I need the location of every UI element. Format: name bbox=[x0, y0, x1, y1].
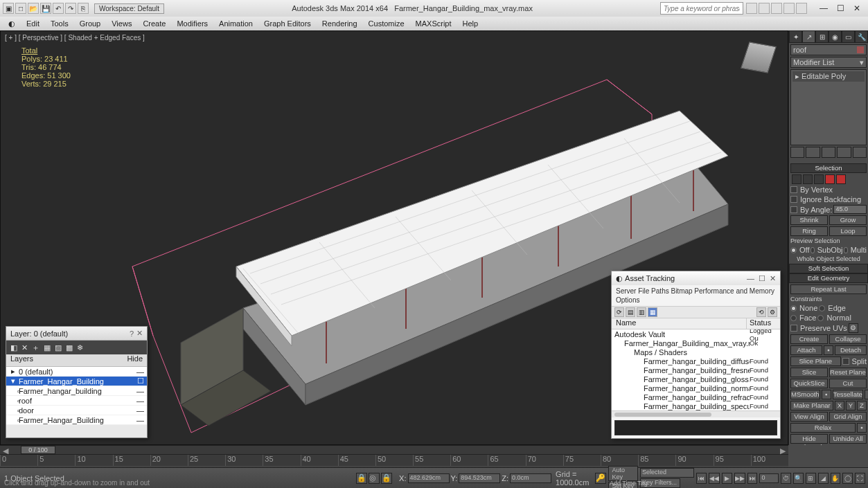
planar-x-button[interactable]: X bbox=[835, 401, 844, 410]
minimize-button[interactable]: — bbox=[815, 3, 832, 14]
menu-edit[interactable]: Edit bbox=[21, 18, 45, 29]
tessellate-button[interactable]: Tessellate bbox=[833, 390, 863, 399]
x-field[interactable]: 482.629cm bbox=[408, 473, 450, 483]
asset-col-name[interactable]: Name bbox=[612, 318, 747, 329]
close-button[interactable]: ✕ bbox=[849, 3, 865, 14]
app-icon[interactable]: ▣ bbox=[3, 3, 14, 14]
asset-title-bar[interactable]: ◐ Asset Tracking — ☐ ✕ bbox=[612, 271, 780, 285]
selection-header[interactable]: Selection bbox=[790, 163, 867, 173]
preserve-uvs-checkbox[interactable] bbox=[790, 325, 797, 332]
menu-customize[interactable]: Customize bbox=[363, 18, 410, 29]
modifier-stack[interactable]: ▸ Editable Poly bbox=[790, 69, 867, 145]
workspace-dropdown[interactable]: Workspace: Default bbox=[94, 3, 164, 14]
asset-refresh-icon[interactable]: ⟳ bbox=[614, 307, 624, 317]
undo-icon[interactable]: ↶ bbox=[53, 3, 64, 14]
asset-close-icon[interactable]: ✕ bbox=[770, 274, 776, 283]
grow-button[interactable]: Grow bbox=[829, 215, 867, 225]
pin-stack-icon[interactable] bbox=[790, 147, 804, 158]
layer-freeze-icon[interactable]: ❄ bbox=[77, 343, 83, 352]
asset-status-icon[interactable]: ⟲ bbox=[756, 307, 766, 317]
element-mode-icon[interactable] bbox=[836, 174, 846, 184]
repeat-last-button[interactable]: Repeat Last bbox=[790, 284, 867, 294]
menu-animation[interactable]: Animation bbox=[213, 18, 258, 29]
help-icon[interactable] bbox=[796, 3, 807, 14]
hide-selected-button[interactable]: Hide Selected bbox=[790, 434, 828, 444]
reset-plane-button[interactable]: Reset Plane bbox=[829, 368, 867, 377]
maximize-button[interactable]: ☐ bbox=[832, 3, 849, 14]
attach-list-icon[interactable]: ▪ bbox=[824, 345, 833, 355]
msmooth-button[interactable]: MSmooth bbox=[790, 390, 820, 399]
layer-help-icon[interactable]: ? bbox=[130, 329, 134, 338]
zoom-icon[interactable]: 🔍 bbox=[793, 473, 804, 484]
fov-icon[interactable]: ◢ bbox=[818, 473, 829, 484]
key-icon[interactable]: 🔑 bbox=[595, 473, 606, 484]
menu-graph-editors[interactable]: Graph Editors bbox=[258, 18, 317, 29]
tab-hierarchy-icon[interactable]: ⊞ bbox=[815, 30, 829, 43]
asset-row[interactable]: Farmer_Hangar_Building_max_vray.maxOk bbox=[612, 338, 780, 347]
asset-menu[interactable]: Server File Paths Bitmap Performance and… bbox=[612, 285, 780, 306]
relax-settings-icon[interactable]: ▪ bbox=[857, 423, 867, 433]
ignore-backfacing-checkbox[interactable] bbox=[790, 196, 797, 203]
tessellate-settings-icon[interactable]: ▪ bbox=[865, 390, 868, 399]
asset-h-scrollbar[interactable] bbox=[612, 410, 780, 417]
menu-maxscript[interactable]: MAXScript bbox=[410, 18, 457, 29]
remove-modifier-icon[interactable] bbox=[837, 147, 851, 158]
constraint-edge-radio[interactable] bbox=[819, 305, 825, 311]
planar-z-button[interactable]: Z bbox=[857, 401, 867, 410]
edge-mode-icon[interactable] bbox=[803, 174, 813, 184]
soft-selection-header[interactable]: Soft Selection bbox=[789, 264, 868, 273]
layer-row[interactable]: ▫Farmer_Hangar_Building— bbox=[6, 415, 147, 425]
quickslice-button[interactable]: QuickSlice bbox=[790, 379, 828, 388]
layer-row[interactable]: ▫roof— bbox=[6, 396, 147, 406]
relax-button[interactable]: Relax bbox=[790, 423, 856, 433]
split-checkbox[interactable] bbox=[842, 358, 849, 365]
planar-y-button[interactable]: Y bbox=[846, 401, 856, 410]
tab-modify-icon[interactable]: ↗ bbox=[802, 30, 815, 43]
layer-select-icon[interactable]: ▦ bbox=[44, 343, 51, 352]
constraint-normal-radio[interactable] bbox=[817, 315, 824, 321]
preview-off-radio[interactable] bbox=[790, 247, 797, 253]
tab-display-icon[interactable]: ▭ bbox=[842, 30, 855, 43]
layer-delete-icon[interactable]: ✕ bbox=[21, 343, 28, 352]
asset-maximize-icon[interactable]: ☐ bbox=[759, 274, 765, 283]
asset-table-icon[interactable]: ▦ bbox=[648, 307, 657, 317]
asset-drop-zone[interactable] bbox=[614, 420, 777, 435]
loop-button[interactable]: Loop bbox=[829, 226, 867, 236]
key-mode-dropdown[interactable]: Selected bbox=[640, 468, 694, 478]
current-frame-field[interactable]: 0 bbox=[759, 473, 779, 483]
menu-help[interactable]: Help bbox=[457, 18, 484, 29]
asset-row[interactable]: Farmer_hangar_building_normal.pngFound bbox=[612, 383, 780, 392]
prev-frame-icon[interactable]: ◀◀ bbox=[709, 473, 720, 484]
preview-multi-radio[interactable] bbox=[844, 247, 847, 253]
msmooth-settings-icon[interactable]: ▪ bbox=[822, 390, 831, 399]
add-time-tag[interactable]: Add Time Tag bbox=[610, 480, 648, 487]
layer-new-icon[interactable]: ◧ bbox=[10, 343, 17, 352]
preserve-uvs-settings-icon[interactable]: ⚙ bbox=[849, 323, 858, 333]
by-angle-field[interactable]: 45.0 bbox=[833, 205, 867, 214]
search-icon[interactable] bbox=[746, 3, 757, 14]
layer-dialog-title-bar[interactable]: Layer: 0 (default) ? ✕ bbox=[6, 327, 147, 341]
layer-highlight-icon[interactable]: ▨ bbox=[55, 343, 62, 352]
tab-utilities-icon[interactable]: 🔧 bbox=[855, 30, 868, 43]
asset-row[interactable]: Farmer_hangar_building_refract.pngFound bbox=[612, 392, 780, 401]
tab-motion-icon[interactable]: ◉ bbox=[829, 30, 842, 43]
menu-group[interactable]: Group bbox=[74, 18, 107, 29]
new-icon[interactable]: □ bbox=[15, 3, 26, 14]
subscription-icon[interactable] bbox=[759, 3, 770, 14]
y-field[interactable]: 894.523cm bbox=[459, 473, 500, 483]
create-button[interactable]: Create bbox=[790, 334, 828, 344]
detach-button[interactable]: Detach bbox=[835, 345, 867, 355]
asset-list-icon[interactable]: ▥ bbox=[637, 307, 646, 317]
configure-sets-icon[interactable] bbox=[853, 147, 867, 158]
maximize-viewport-icon[interactable]: ⛶ bbox=[855, 473, 865, 484]
time-slider[interactable]: ◀ 0 / 100 ▶ bbox=[0, 445, 788, 455]
make-planar-button[interactable]: Make Planar bbox=[790, 401, 833, 410]
link-icon[interactable]: ⎘ bbox=[78, 3, 89, 14]
viewcube[interactable] bbox=[738, 37, 779, 78]
layer-close-icon[interactable]: ✕ bbox=[136, 329, 143, 338]
menu-modifiers[interactable]: Modifiers bbox=[171, 18, 213, 29]
menu-app-icon[interactable]: ◐ bbox=[3, 18, 21, 30]
lock-selection-icon[interactable]: 🔒 bbox=[356, 473, 367, 484]
asset-row[interactable]: Farmer_hangar_building_gloss.pngFound bbox=[612, 374, 780, 383]
isolate-selection-icon[interactable]: ◎ bbox=[369, 473, 380, 484]
